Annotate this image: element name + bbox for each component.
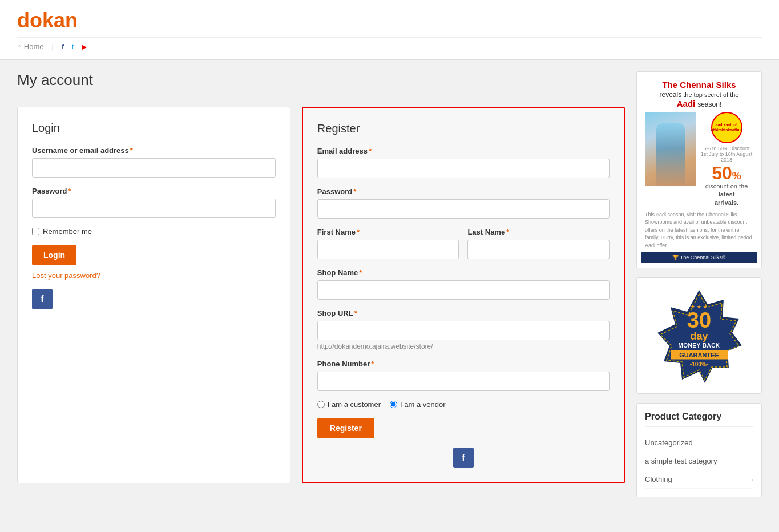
nav-home-label: Home	[24, 42, 44, 51]
badge-guarantee-label: GUARANTEE	[671, 350, 728, 360]
shop-url-input[interactable]	[317, 321, 610, 340]
customer-radio-label: I am a customer	[328, 400, 381, 409]
nav-divider: |	[52, 42, 54, 51]
login-title: Login	[32, 122, 276, 135]
category-item-simple-test[interactable]: a simple test category	[645, 452, 753, 470]
role-radio-group: I am a customer I am a vendor	[317, 400, 610, 409]
first-name-input[interactable]	[317, 240, 459, 259]
shop-name-input[interactable]	[317, 280, 610, 300]
shop-name-required: *	[359, 268, 362, 277]
twitter-icon: t	[72, 43, 74, 51]
vendor-radio-label: I am a vendor	[400, 400, 446, 409]
category-item-clothing[interactable]: Clothing ›	[645, 470, 753, 489]
vendor-radio-option[interactable]: I am a vendor	[390, 400, 446, 409]
product-category-title: Product Category	[645, 412, 753, 427]
password-label: Password*	[32, 187, 276, 195]
first-name-required: *	[357, 228, 360, 236]
ad-creative: The Chennai Silks reveals the top secret…	[637, 72, 761, 268]
register-facebook-button[interactable]: f	[453, 448, 474, 468]
ad-brand-name: The Chennai Silks	[662, 80, 736, 90]
email-input[interactable]	[317, 159, 610, 178]
reg-password-input[interactable]	[317, 199, 610, 219]
reg-password-label: Password*	[317, 187, 610, 196]
login-facebook-button[interactable]: f	[32, 289, 53, 309]
remember-label[interactable]: Remember me	[43, 227, 92, 236]
last-name-input[interactable]	[467, 240, 610, 259]
sidebar: The Chennai Silks reveals the top secret…	[636, 71, 762, 497]
guarantee-badge: ★ ★ ★ 30 day MONEY BACK GUARANTEE •100%•	[651, 287, 748, 384]
shop-url-group: Shop URL* http://dokandemo.ajaira.websit…	[317, 309, 610, 350]
logo-text: okan	[30, 9, 78, 32]
site-header: dokan ⌂ Home | f t ▶	[0, 0, 779, 60]
guarantee-badge-container: ★ ★ ★ 30 day MONEY BACK GUARANTEE •100%•	[636, 277, 762, 394]
badge-100-percent: •100%•	[665, 361, 733, 368]
password-group: Password*	[32, 187, 276, 218]
category-item-uncategorized[interactable]: Uncategorized	[645, 434, 753, 452]
main-nav: ⌂ Home | f t ▶	[17, 37, 762, 51]
ad-right-panel: aadikaathu!athirshtakaathu! 5% to 50% Di…	[700, 112, 753, 207]
ad-discount-desc: discount on thelatestarrivals.	[705, 182, 748, 207]
remember-me-group: Remember me	[32, 227, 276, 236]
page-container: My account Login Username or email addre…	[0, 60, 779, 509]
category-arrow-icon: ›	[751, 476, 753, 483]
facebook-icon: f	[62, 43, 64, 51]
nav-facebook[interactable]: f	[62, 43, 64, 51]
last-name-label: Last Name*	[467, 228, 610, 236]
facebook-btn-icon: f	[41, 294, 43, 304]
ad-badge-text: aadikaathu!athirshtakaathu!	[711, 123, 742, 132]
customer-radio[interactable]	[317, 401, 325, 408]
ad-model-image	[645, 112, 696, 186]
ad-aadi-text: Aadi	[677, 99, 696, 108]
category-uncategorized-label: Uncategorized	[645, 438, 693, 447]
youtube-icon: ▶	[82, 43, 87, 51]
password-input[interactable]	[32, 199, 276, 218]
ad-footer-brand: 🏆 The Chennai Silks®	[672, 255, 725, 260]
nav-youtube[interactable]: ▶	[82, 43, 87, 51]
ad-50: 50%	[712, 164, 741, 182]
phone-group: Phone Number*	[317, 360, 610, 391]
vendor-radio[interactable]	[390, 401, 397, 408]
register-title: Register	[317, 122, 610, 135]
username-label: Username or email address*	[32, 146, 276, 155]
username-required: *	[130, 146, 133, 155]
customer-radio-option[interactable]: I am a customer	[317, 400, 381, 409]
username-input[interactable]	[32, 158, 276, 178]
username-group: Username or email address*	[32, 146, 276, 178]
password-required: *	[68, 187, 71, 195]
register-fb-icon: f	[462, 453, 465, 463]
lost-password-link[interactable]: Lost your password?	[32, 271, 276, 280]
name-row: First Name* Last Name*	[317, 228, 610, 268]
register-button[interactable]: Register	[317, 418, 374, 438]
badge-day: day	[665, 331, 733, 341]
form-columns: Login Username or email address* Passwor…	[17, 107, 625, 483]
badge-content: ★ ★ ★ 30 day MONEY BACK GUARANTEE •100%•	[665, 304, 733, 368]
email-required: *	[369, 147, 372, 155]
ad-bottom-bar: 🏆 The Chennai Silks®	[641, 252, 757, 263]
reg-password-required: *	[353, 187, 356, 196]
home-icon: ⌂	[17, 42, 22, 51]
login-button[interactable]: Login	[32, 245, 76, 265]
ad-circle-badge: aadikaathu!athirshtakaathu!	[711, 112, 742, 143]
product-category-section: Product Category Uncategorized a simple …	[636, 403, 762, 497]
reg-password-group: Password*	[317, 187, 610, 219]
last-name-group: Last Name*	[467, 228, 610, 259]
phone-label: Phone Number*	[317, 360, 610, 368]
shop-name-group: Shop Name*	[317, 268, 610, 300]
phone-required: *	[371, 360, 374, 368]
badge-money-back: MONEY BACK	[665, 342, 733, 349]
sidebar-ad-banner: The Chennai Silks reveals the top secret…	[636, 71, 762, 268]
shop-name-label: Shop Name*	[317, 268, 610, 277]
login-section: Login Username or email address* Passwor…	[17, 107, 290, 483]
main-content: My account Login Username or email addre…	[17, 71, 625, 497]
email-group: Email address*	[317, 147, 610, 178]
nav-home[interactable]: ⌂ Home	[17, 42, 44, 51]
first-name-label: First Name*	[317, 228, 459, 236]
nav-twitter[interactable]: t	[72, 43, 74, 51]
remember-checkbox[interactable]	[32, 228, 39, 235]
register-fb-container: f	[317, 448, 610, 468]
category-clothing-label: Clothing	[645, 475, 672, 483]
phone-input[interactable]	[317, 372, 610, 391]
ad-footer-text: This Aadi season, visit the Chennai Silk…	[641, 209, 757, 252]
site-logo[interactable]: dokan	[17, 9, 762, 33]
register-section: Register Email address* Password*	[302, 107, 625, 483]
